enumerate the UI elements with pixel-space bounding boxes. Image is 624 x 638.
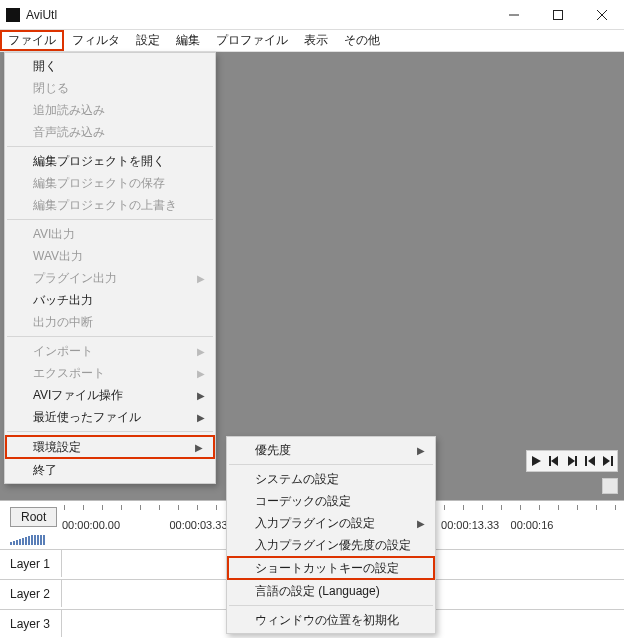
menu-open-project[interactable]: 編集プロジェクトを開く — [5, 150, 215, 172]
menu-save-project: 編集プロジェクトの保存 — [5, 172, 215, 194]
menu-import-label: インポート — [33, 343, 93, 360]
menu-export: エクスポート▶ — [5, 362, 215, 384]
chevron-right-icon: ▶ — [417, 445, 425, 456]
menu-view[interactable]: 表示 — [296, 30, 336, 51]
svg-rect-9 — [585, 456, 587, 466]
svg-marker-7 — [568, 456, 575, 466]
svg-marker-11 — [603, 456, 610, 466]
minimize-button[interactable] — [492, 0, 536, 30]
menu-edit[interactable]: 編集 — [168, 30, 208, 51]
submenu-priority-label: 優先度 — [255, 442, 291, 459]
next-frame-button[interactable] — [563, 451, 581, 471]
menu-batch-out[interactable]: バッチ出力 — [5, 289, 215, 311]
go-start-button[interactable] — [581, 451, 599, 471]
menu-divider — [229, 464, 433, 465]
submenu-codec-settings[interactable]: コーデックの設定 — [227, 490, 435, 512]
menu-close-file: 閉じる — [5, 77, 215, 99]
menu-recent[interactable]: 最近使ったファイル▶ — [5, 406, 215, 428]
app-title: AviUtl — [26, 8, 492, 22]
svg-marker-4 — [532, 456, 541, 466]
menu-divider — [229, 605, 433, 606]
chevron-right-icon: ▶ — [197, 412, 205, 423]
titlebar: AviUtl — [0, 0, 624, 30]
menu-profile[interactable]: プロファイル — [208, 30, 296, 51]
svg-marker-5 — [551, 456, 558, 466]
prev-frame-button[interactable] — [545, 451, 563, 471]
maximize-button[interactable] — [536, 0, 580, 30]
menu-divider — [7, 219, 213, 220]
menu-import: インポート▶ — [5, 340, 215, 362]
submenu-input-plugin-settings[interactable]: 入力プラグインの設定▶ — [227, 512, 435, 534]
chevron-right-icon: ▶ — [197, 346, 205, 357]
menu-plugin-out: プラグイン出力▶ — [5, 267, 215, 289]
menu-other[interactable]: その他 — [336, 30, 388, 51]
chevron-right-icon: ▶ — [197, 273, 205, 284]
scroll-corner[interactable] — [602, 478, 618, 494]
menu-export-label: エクスポート — [33, 365, 105, 382]
time-label: 00:00:13.33 — [441, 519, 511, 531]
submenu-priority[interactable]: 優先度▶ — [227, 439, 435, 461]
submenu-language-settings[interactable]: 言語の設定 (Language) — [227, 580, 435, 602]
transport-controls — [526, 450, 618, 472]
svg-rect-1 — [554, 10, 563, 19]
menu-plugin-out-label: プラグイン出力 — [33, 270, 117, 287]
menu-env-settings-label: 環境設定 — [33, 439, 81, 456]
menubar: ファイル フィルタ 設定 編集 プロファイル 表示 その他 — [0, 30, 624, 52]
submenu-input-plugin-priority[interactable]: 入力プラグイン優先度の設定 — [227, 534, 435, 556]
submenu-system-settings[interactable]: システムの設定 — [227, 468, 435, 490]
time-label: 00:00:00.00 — [62, 519, 169, 531]
svg-rect-12 — [611, 456, 613, 466]
menu-append-load: 追加読み込み — [5, 99, 215, 121]
chevron-right-icon: ▶ — [197, 390, 205, 401]
app-icon — [6, 8, 20, 22]
svg-rect-8 — [575, 456, 577, 466]
menu-avi-ops[interactable]: AVIファイル操作▶ — [5, 384, 215, 406]
menu-env-settings[interactable]: 環境設定▶ — [5, 435, 215, 459]
menu-recent-label: 最近使ったファイル — [33, 409, 141, 426]
svg-marker-10 — [588, 456, 595, 466]
menu-filter[interactable]: フィルタ — [64, 30, 128, 51]
submenu-window-reset[interactable]: ウィンドウの位置を初期化 — [227, 609, 435, 631]
menu-open[interactable]: 開く — [5, 55, 215, 77]
svg-rect-6 — [549, 456, 551, 466]
submenu-shortcut-settings[interactable]: ショートカットキーの設定 — [227, 556, 435, 580]
env-settings-submenu: 優先度▶ システムの設定 コーデックの設定 入力プラグインの設定▶ 入力プラグイ… — [226, 436, 436, 634]
root-button[interactable]: Root — [10, 507, 57, 527]
play-button[interactable] — [527, 451, 545, 471]
go-end-button[interactable] — [599, 451, 617, 471]
menu-exit[interactable]: 終了 — [5, 459, 215, 481]
menu-overwrite-project: 編集プロジェクトの上書き — [5, 194, 215, 216]
menu-divider — [7, 431, 213, 432]
chevron-right-icon: ▶ — [197, 368, 205, 379]
submenu-input-plugin-settings-label: 入力プラグインの設定 — [255, 515, 375, 532]
menu-divider — [7, 336, 213, 337]
menu-avi-out: AVI出力 — [5, 223, 215, 245]
menu-abort-out: 出力の中断 — [5, 311, 215, 333]
menu-audio-load: 音声読み込み — [5, 121, 215, 143]
file-dropdown: 開く 閉じる 追加読み込み 音声読み込み 編集プロジェクトを開く 編集プロジェク… — [4, 52, 216, 484]
zoom-slider[interactable] — [10, 535, 55, 545]
menu-wav-out: WAV出力 — [5, 245, 215, 267]
menu-avi-ops-label: AVIファイル操作 — [33, 387, 123, 404]
menu-divider — [7, 146, 213, 147]
close-button[interactable] — [580, 0, 624, 30]
layer-label[interactable]: Layer 2 — [0, 580, 62, 607]
menu-file[interactable]: ファイル — [0, 30, 64, 51]
chevron-right-icon: ▶ — [417, 518, 425, 529]
layer-label[interactable]: Layer 3 — [0, 610, 62, 637]
time-label: 00:00:16 — [511, 519, 618, 531]
menu-settings[interactable]: 設定 — [128, 30, 168, 51]
layer-label[interactable]: Layer 1 — [0, 550, 62, 577]
chevron-right-icon: ▶ — [195, 442, 203, 453]
